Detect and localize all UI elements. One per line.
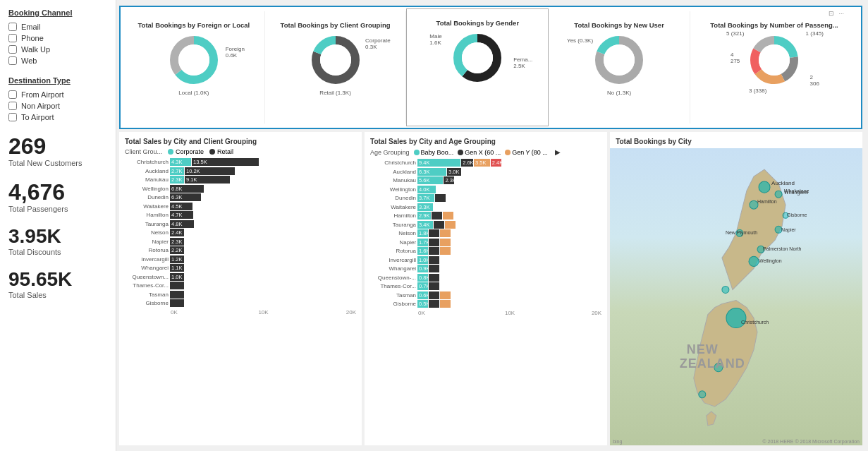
legend-geny: Gen Y (80 ... bbox=[505, 149, 548, 156]
nelson-dot bbox=[722, 286, 729, 293]
napier-text: Napier bbox=[781, 227, 796, 233]
city-age-row: Gisborne0.5K bbox=[370, 300, 601, 308]
bottom-charts-row: Total Sales by City and Client Grouping … bbox=[119, 132, 862, 445]
phone-filter[interactable]: Phone bbox=[8, 34, 107, 42]
non-airport-filter[interactable]: Non Airport bbox=[8, 102, 107, 110]
city-client-row: Invercargill1.2K bbox=[125, 255, 356, 263]
p5-label: 5 (321) bbox=[726, 30, 744, 37]
gisborne-text: Gisborne bbox=[787, 212, 807, 217]
donut-client-chart: Corporate0.3K bbox=[307, 32, 364, 88]
svg-point-2 bbox=[178, 44, 209, 76]
city-age-row: Invercargill1.0K bbox=[370, 256, 601, 264]
donut-foreign-local: Total Bookings by Foreign or Local Forei… bbox=[123, 11, 265, 124]
web-filter[interactable]: Web bbox=[8, 56, 107, 65]
donut-gender-title: Total Bookings by Gender bbox=[436, 19, 520, 27]
donut-foreign-local-title: Total Bookings by Foreign or Local bbox=[138, 21, 250, 29]
female-label: Fema...2.5K bbox=[513, 56, 532, 69]
legend-genx: Gen X (60 ... bbox=[458, 149, 501, 156]
city-client-row: Wellington6.8K bbox=[125, 185, 356, 193]
web-label: Web bbox=[21, 56, 37, 65]
main-content: ⊡ ··· Total Bookings by Foreign or Local… bbox=[116, 0, 868, 451]
whangarei-text: Whangarei bbox=[784, 190, 808, 196]
city-client-chart: Total Sales by City and Client Grouping … bbox=[119, 132, 362, 445]
hamilton-text: Hamilton bbox=[757, 199, 777, 204]
from-airport-checkbox[interactable] bbox=[8, 90, 17, 99]
metric-new-customers: 269 Total New Customers bbox=[8, 134, 107, 167]
city-age-row: Auckland6.3K3.0K bbox=[370, 168, 601, 176]
donut-passengers: Total Bookings by Number of Passeng... 5… bbox=[690, 11, 858, 124]
x-axis-client: 0K 10K 20K bbox=[171, 309, 356, 315]
svg-point-17 bbox=[759, 44, 790, 76]
city-client-row: Tasman bbox=[125, 291, 356, 299]
city-client-title: Total Sales by City and Client Grouping bbox=[125, 138, 356, 145]
city-client-row: Auckland2.7K10.2K bbox=[125, 167, 356, 175]
p1-label: 1 (345) bbox=[806, 30, 824, 37]
metric-discounts-value: 3.95K bbox=[8, 226, 107, 248]
age-legend-label: Age Grouping bbox=[370, 149, 410, 156]
nz-map-svg: Auckland Whakatane Hamilton Whangarei Ne… bbox=[610, 148, 862, 445]
city-client-row: Manukau2.3K9.1K bbox=[125, 176, 356, 184]
corporate-label: Corporate0.3K bbox=[365, 37, 391, 50]
donut-foreign-local-chart: Foreign0.6K bbox=[166, 32, 222, 88]
city-client-row: Gisborne bbox=[125, 299, 356, 307]
donut-gender: Total Bookings by Gender Male1.6K Fema..… bbox=[406, 8, 549, 126]
legend-label: Client Grou... bbox=[125, 148, 162, 155]
metric-discounts: 3.95K Total Discounts bbox=[8, 226, 107, 256]
donut-client-title: Total Bookings by Client Grouping bbox=[281, 21, 391, 29]
nz-label2: ZEALAND bbox=[680, 356, 745, 371]
city-client-row: Thames-Cor... bbox=[125, 282, 356, 289]
city-client-legend: Client Grou... Corporate Retail bbox=[125, 148, 356, 155]
walkup-filter[interactable]: Walk Up bbox=[8, 45, 107, 54]
donut-new-user-chart: Yes (0.3K) bbox=[591, 32, 647, 88]
city-age-row: Tauranga3.4K bbox=[370, 221, 601, 229]
donut-client-grouping: Total Bookings by Client Grouping Corpor… bbox=[265, 11, 407, 124]
donut-gender-chart: Male1.6K Fema...2.5K bbox=[449, 30, 506, 86]
email-filter[interactable]: Email bbox=[8, 23, 107, 31]
metric-new-customers-label: Total New Customers bbox=[8, 159, 107, 167]
palmerstonnorth-text: Palmerston North bbox=[763, 246, 802, 251]
city-age-row: Queenstown-...0.8K bbox=[370, 274, 601, 282]
destination-type-title: Destination Type bbox=[8, 76, 107, 85]
svg-point-11 bbox=[604, 44, 635, 76]
city-client-row: Napier2.3K bbox=[125, 238, 356, 246]
phone-checkbox[interactable] bbox=[8, 34, 17, 42]
walkup-label: Walk Up bbox=[21, 45, 50, 54]
city-age-row: Nelson1.8K bbox=[370, 229, 601, 237]
city-age-row: Hamilton2.9K bbox=[370, 212, 601, 220]
walkup-checkbox[interactable] bbox=[8, 45, 17, 54]
legend-retail: Retail bbox=[209, 148, 233, 155]
city-age-row: Napier1.7K bbox=[370, 239, 601, 246]
email-label: Email bbox=[21, 23, 41, 31]
p4-label: 4275 bbox=[731, 52, 740, 64]
email-checkbox[interactable] bbox=[8, 23, 17, 31]
non-airport-checkbox[interactable] bbox=[8, 102, 17, 110]
metric-sales-label: Total Sales bbox=[8, 291, 107, 299]
to-airport-checkbox[interactable] bbox=[8, 113, 17, 121]
city-client-row: Rotorua2.2K bbox=[125, 246, 356, 254]
more-icon-age[interactable]: ▶ bbox=[555, 148, 561, 156]
p3-label: 3 (338) bbox=[749, 88, 766, 94]
metric-sales: 95.65K Total Sales bbox=[8, 269, 107, 299]
web-checkbox[interactable] bbox=[8, 56, 17, 65]
to-airport-label: To Airport bbox=[21, 113, 54, 121]
from-airport-filter[interactable]: From Airport bbox=[8, 90, 107, 99]
christchurch-dot bbox=[726, 308, 746, 328]
map-container: Auckland Whakatane Hamilton Whangarei Ne… bbox=[610, 148, 862, 445]
city-client-row: Queenstown...1.0K bbox=[125, 273, 356, 281]
x-axis-age: 0K 10K 20K bbox=[418, 310, 601, 316]
city-age-row: Christchurch9.4K2.6K3.5K2.4K bbox=[370, 159, 601, 167]
bing-logo: bing bbox=[613, 439, 622, 444]
wellington-dot bbox=[749, 256, 759, 266]
city-client-bars: Christchurch4.3K13.5KAuckland2.7K10.2KMa… bbox=[125, 158, 356, 440]
donut-passengers-chart: 5 (321) 1 (345) 2306 3 (338) 4275 bbox=[746, 32, 802, 88]
city-age-bars: Christchurch9.4K2.6K3.5K2.4KAuckland6.3K… bbox=[370, 159, 601, 440]
donut-new-user-title: Total Bookings by New User bbox=[574, 21, 664, 29]
foreign-label: Foreign0.6K bbox=[226, 46, 245, 59]
from-airport-label: From Airport bbox=[21, 90, 64, 99]
nz-label: NEW bbox=[687, 342, 719, 356]
to-airport-filter[interactable]: To Airport bbox=[8, 113, 107, 121]
sidebar: Booking Channel Email Phone Walk Up Web … bbox=[0, 0, 116, 451]
map-panel: Total Bookings by City bbox=[610, 132, 862, 445]
city-age-row: Tasman0.6K bbox=[370, 291, 601, 299]
svg-point-8 bbox=[462, 42, 493, 73]
